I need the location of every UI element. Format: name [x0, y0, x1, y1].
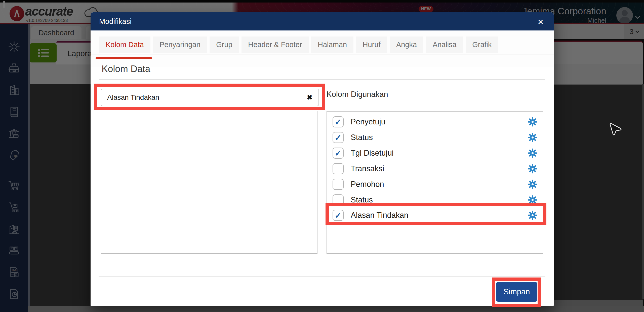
- used-columns-list: ✓ Penyetuju ✓ Status: [327, 111, 543, 254]
- available-columns-box[interactable]: [101, 111, 317, 254]
- checkbox[interactable]: [333, 163, 344, 174]
- section-title: Kolom Data: [102, 64, 150, 74]
- screen: Λ accurate v1.0.1#3709-2439133 NEW Jemim…: [0, 0, 644, 312]
- column-label: Status: [351, 133, 528, 142]
- checkbox[interactable]: ✓: [333, 116, 344, 127]
- modal-tab[interactable]: Huruf: [356, 37, 387, 53]
- modal-tab[interactable]: Grup: [210, 37, 239, 53]
- modal-tab[interactable]: Angka: [390, 37, 423, 53]
- clear-icon[interactable]: ✖: [307, 93, 312, 101]
- modal-tab-bar: Kolom Data Penyaringan Grup Header & Foo…: [91, 30, 554, 67]
- used-column-row: Status: [327, 192, 543, 208]
- used-column-row: ✓ Tgl Disetujui: [327, 145, 543, 161]
- checkbox[interactable]: [333, 194, 344, 205]
- column-search-input[interactable]: Alasan Tindakan ✖: [101, 89, 319, 106]
- section-divider: [99, 79, 545, 80]
- modal-title: Modifikasi: [99, 17, 132, 26]
- modal-tab[interactable]: Header & Footer: [242, 37, 308, 53]
- column-label: Status: [351, 195, 528, 204]
- modal-tab[interactable]: Kolom Data: [99, 37, 150, 53]
- modifikasi-modal: Modifikasi ✕ Kolom Data Penyaringan Grup…: [91, 12, 554, 306]
- used-column-row: ✓ Status: [327, 130, 543, 145]
- used-column-row: Pemohon: [327, 177, 543, 192]
- modal-header: Modifikasi ✕: [91, 12, 554, 30]
- modal-tab[interactable]: Halaman: [311, 37, 353, 53]
- footer-divider: [99, 276, 545, 276]
- checkbox[interactable]: [333, 179, 344, 190]
- search-value: Alasan Tindakan: [107, 93, 307, 101]
- checkbox[interactable]: ✓: [333, 132, 344, 143]
- column-label: Pemohon: [351, 180, 528, 189]
- column-label: Penyetuju: [351, 117, 528, 126]
- gear-icon[interactable]: [528, 133, 537, 142]
- checkbox[interactable]: ✓: [333, 210, 344, 221]
- gear-icon[interactable]: [528, 195, 537, 205]
- gear-icon[interactable]: [528, 117, 537, 127]
- column-label: Alasan Tindakan: [351, 211, 528, 220]
- column-label: Tgl Disetujui: [351, 149, 528, 158]
- used-column-row: ✓ Alasan Tindakan: [327, 208, 543, 223]
- gear-icon[interactable]: [528, 148, 537, 158]
- gear-icon[interactable]: [528, 180, 537, 189]
- modal-tab[interactable]: Grafik: [466, 37, 498, 53]
- used-column-row: Transaksi: [327, 161, 543, 177]
- column-label: Transaksi: [351, 164, 528, 173]
- modal-tab[interactable]: Penyaringan: [153, 37, 207, 53]
- modal-tab[interactable]: Analisa: [426, 37, 463, 53]
- save-button[interactable]: Simpan: [496, 282, 537, 302]
- checkbox[interactable]: ✓: [333, 148, 344, 159]
- used-columns-title: Kolom Digunakan: [327, 90, 388, 99]
- used-column-row: ✓ Penyetuju: [327, 114, 543, 130]
- gear-icon[interactable]: [528, 164, 537, 174]
- gear-icon[interactable]: [528, 211, 537, 220]
- close-icon[interactable]: ✕: [535, 16, 546, 27]
